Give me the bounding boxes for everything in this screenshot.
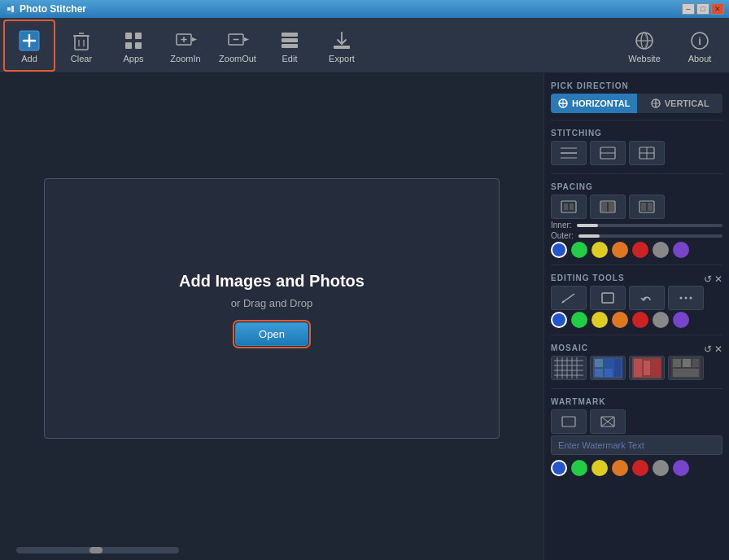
mosaic-option-texture3[interactable] [668,356,704,380]
svg-marker-21 [244,37,249,42]
editing-tools-reset[interactable]: ↺ ✕ [704,273,722,285]
right-panel: PICK DIRECTION HORIZONTAL [543,73,729,560]
outer-label: Outer: [551,231,574,240]
watermark-options [551,409,722,434]
svg-rect-74 [605,369,613,377]
wm-color-blue[interactable] [551,460,567,476]
edit-color-yellow[interactable] [591,312,608,328]
edit-color-red[interactable] [632,312,648,328]
color-blue[interactable] [551,242,567,258]
wm-color-yellow[interactable] [591,460,608,476]
horizontal-icon [557,98,569,109]
watermark-option-1[interactable] [551,409,587,434]
drop-text: Add Images and Photos [179,272,364,291]
direction-buttons: HORIZONTAL VERTICAL [551,94,722,113]
scroll-track[interactable] [16,547,179,553]
edit-tool-rect[interactable] [590,286,626,310]
svg-rect-6 [75,36,88,50]
outer-slider[interactable] [578,234,722,238]
add-button[interactable]: Add [3,20,55,72]
svg-rect-47 [564,203,568,210]
svg-rect-22 [282,33,298,37]
color-gray[interactable] [653,242,669,258]
toolbar: Add Clear Apps [0,18,729,73]
svg-rect-26 [334,46,350,49]
zoomin-button[interactable]: ZoomIn [159,20,212,72]
inner-slider[interactable] [577,224,722,227]
pick-direction-label: PICK DIRECTION [551,81,722,90]
canvas-area: Add Images and Photos or Drag and Drop O… [0,73,543,560]
open-button[interactable]: Open [235,322,308,346]
clear-button[interactable]: Clear [55,20,107,72]
color-purple[interactable] [673,242,689,258]
svg-rect-85 [562,417,575,427]
maximize-button[interactable]: □ [696,3,709,15]
stitching-option-2[interactable] [590,141,626,165]
apps-button[interactable]: Apps [107,20,159,72]
wm-color-red[interactable] [632,460,648,476]
minimize-button[interactable]: – [682,3,695,15]
pick-direction-section: PICK DIRECTION HORIZONTAL [551,80,722,113]
wm-color-purple[interactable] [673,460,689,476]
edit-color-purple[interactable] [673,312,689,328]
edit-tool-pencil[interactable] [551,286,587,310]
spacing-option-3[interactable] [629,195,665,219]
svg-point-59 [685,297,688,300]
edit-tool-more[interactable] [668,286,704,310]
spacing-label: SPACING [551,182,722,191]
edit-color-blue[interactable] [551,312,567,328]
editing-tools-options [551,286,722,310]
editing-tools-label: EDITING TOOLS [551,273,625,282]
about-button[interactable]: i About [674,20,726,72]
divider-2 [551,173,722,174]
wm-color-orange[interactable] [612,460,628,476]
edit-color-green[interactable] [571,312,587,328]
horizontal-button[interactable]: HORIZONTAL [551,94,637,113]
color-green[interactable] [571,242,587,258]
add-icon [16,28,42,54]
mosaic-option-texture2[interactable] [629,356,665,380]
color-orange[interactable] [612,242,628,258]
stitching-option-1[interactable] [551,141,587,165]
mosaic-reset[interactable]: ↺ ✕ [704,343,722,355]
window-controls[interactable]: – □ ✕ [682,3,724,15]
edit-button[interactable]: Edit [264,20,316,72]
drop-zone[interactable]: Add Images and Photos or Drag and Drop O… [44,178,500,439]
stitching-option-3[interactable] [629,141,665,165]
svg-rect-11 [125,33,132,39]
color-yellow[interactable] [591,242,608,258]
wm-color-green[interactable] [571,460,587,476]
close-button[interactable]: ✕ [711,3,724,15]
svg-rect-2 [11,6,14,12]
svg-rect-1 [7,7,11,11]
outer-slider-fill [578,234,600,238]
spacing-option-2[interactable] [590,195,626,219]
website-button[interactable]: Website [618,20,670,72]
zoomout-button[interactable]: ZoomOut [212,20,264,72]
edit-tool-undo[interactable] [629,286,665,310]
watermark-input[interactable] [551,435,722,455]
export-button[interactable]: Export [316,20,368,72]
svg-point-58 [680,297,683,300]
edit-color-gray[interactable] [653,312,669,328]
edit-color-orange[interactable] [612,312,628,328]
mosaic-option-hatch[interactable] [551,356,587,380]
scroll-bar-area [16,544,527,557]
watermark-option-2[interactable] [590,409,626,434]
divider-4 [551,335,722,335]
svg-rect-46 [561,201,576,212]
spacing-option-1[interactable] [551,195,587,219]
vertical-button[interactable]: VERTICAL [637,94,723,113]
spacing-options [551,195,722,219]
inner-slider-fill [577,224,599,227]
svg-rect-72 [605,359,613,367]
scroll-thumb[interactable] [89,547,103,553]
mosaic-option-texture1[interactable] [590,356,626,380]
mosaic-header: MOSAIC ↺ ✕ [551,342,722,356]
website-icon [631,28,657,54]
color-red[interactable] [632,242,648,258]
svg-rect-75 [614,359,621,377]
wm-color-gray[interactable] [653,460,669,476]
app-title: Photo Stitcher [5,3,86,15]
editing-tools-header: EDITING TOOLS ↺ ✕ [551,272,722,286]
